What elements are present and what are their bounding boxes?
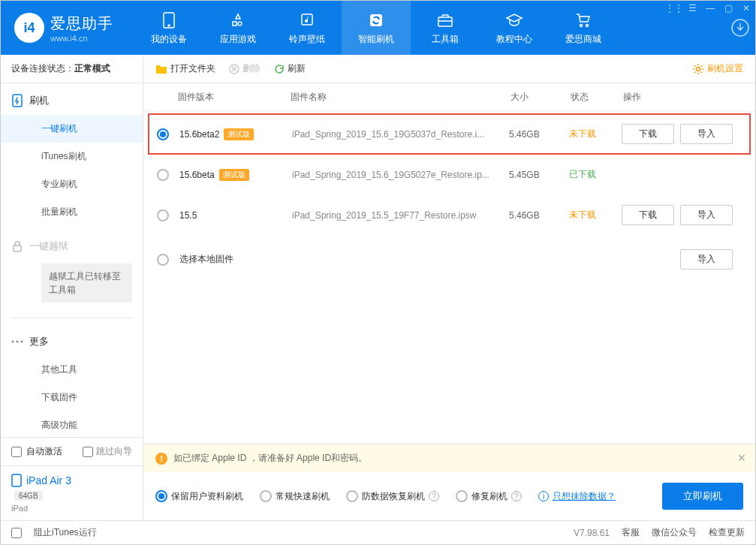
list-icon[interactable]: ☰	[686, 2, 698, 14]
svg-rect-3	[370, 14, 382, 26]
close-icon[interactable]: ✕	[740, 2, 752, 14]
nav-tab-device[interactable]: 我的设备	[134, 1, 203, 55]
sidebar-head-flash[interactable]: 刷机	[1, 86, 143, 115]
app-header: ⋮⋮ ☰ — ▢ ✕ i4 爱思助手 www.i4.cn 我的设备 应用游戏	[1, 1, 755, 55]
app-title: 爱思助手	[50, 14, 113, 34]
ipad-icon	[11, 474, 22, 487]
sidebar-item-other-tools[interactable]: 其他工具	[1, 356, 143, 384]
fw-version-text: 15.6beta	[179, 170, 215, 180]
svg-point-1	[168, 25, 170, 26]
option-keep-data[interactable]: 保留用户资料刷机	[155, 490, 243, 503]
nav-tab-ringtones[interactable]: 铃声壁纸	[273, 1, 342, 55]
wechat-link[interactable]: 微信公众号	[652, 526, 697, 539]
delete-button[interactable]: 删除	[229, 62, 261, 75]
logo-area: i4 爱思助手 www.i4.cn	[1, 1, 127, 55]
table-header: 固件版本 固件名称 大小 状态 操作	[143, 83, 755, 112]
sidebar-item-download-fw[interactable]: 下载固件	[1, 384, 143, 411]
lock-icon	[11, 240, 23, 252]
sidebar-head-more[interactable]: 更多	[1, 327, 143, 356]
firmware-row[interactable]: 15.5 iPad_Spring_2019_15.5_19F77_Restore…	[143, 193, 755, 237]
more-icon	[11, 336, 23, 348]
option-anti-loss[interactable]: 防数据恢复刷机 ?	[346, 490, 439, 503]
gear-icon	[692, 63, 704, 75]
menu-icon[interactable]: ⋮⋮	[668, 2, 680, 14]
skip-guide-checkbox[interactable]	[83, 447, 93, 457]
firmware-row[interactable]: 15.6beta2 测试版 iPad_Spring_2019_15.6_19G5…	[148, 113, 751, 155]
flash-now-button[interactable]: 立即刷机	[662, 483, 743, 510]
fw-status: 未下载	[569, 209, 622, 221]
refresh-button[interactable]: 刷新	[274, 62, 306, 75]
radio-icon	[456, 490, 468, 502]
fw-size: 5.45GB	[509, 170, 569, 180]
jailbreak-note: 越狱工具已转移至工具箱	[41, 263, 132, 303]
option-normal[interactable]: 常规快速刷机	[260, 490, 330, 503]
import-button[interactable]: 导入	[680, 249, 733, 269]
option-repair[interactable]: 修复刷机 ?	[456, 490, 522, 503]
sidebar-item-itunes[interactable]: iTunes刷机	[1, 143, 143, 170]
toolbox-icon	[437, 11, 453, 30]
auto-activate-checkbox[interactable]	[11, 447, 22, 457]
nav-tab-toolbox[interactable]: 工具箱	[411, 1, 480, 55]
refresh-icon	[368, 11, 384, 30]
block-itunes-checkbox[interactable]	[11, 528, 22, 538]
fw-size: 5.46GB	[509, 210, 569, 221]
fw-status: 已下载	[569, 168, 622, 181]
device-info[interactable]: iPad Air 3 64GB iPad	[1, 466, 143, 520]
music-icon	[299, 11, 315, 30]
main-panel: 打开文件夹 删除 刷新 刷机设置	[143, 55, 755, 520]
erase-data-link[interactable]: 只想抹除数据？	[553, 490, 616, 503]
help-icon[interactable]: ?	[429, 491, 439, 501]
grad-cap-icon	[505, 11, 523, 30]
nav-tab-tutorials[interactable]: 教程中心	[480, 1, 549, 55]
flash-icon	[11, 95, 23, 107]
support-link[interactable]: 客服	[622, 526, 640, 539]
minimize-icon[interactable]: —	[704, 2, 716, 14]
svg-point-11	[17, 341, 19, 343]
beta-badge: 测试版	[219, 169, 249, 181]
help-icon[interactable]: ?	[511, 491, 522, 501]
bottom-panel: ! 如已绑定 Apple ID ，请准备好 Apple ID和密码。 ✕ 保留用…	[143, 444, 755, 520]
radio-icon[interactable]	[157, 209, 169, 221]
connection-status: 设备连接状态：正常模式	[1, 55, 143, 83]
import-button[interactable]: 导入	[680, 124, 733, 144]
app-logo-icon: i4	[14, 13, 44, 43]
firmware-row[interactable]: 15.6beta 测试版 iPad_Spring_2019_15.6_19G50…	[143, 156, 755, 193]
fw-version-text: 15.5	[179, 210, 197, 221]
sidebar: 设备连接状态：正常模式 刷机 一键刷机 iTunes刷机 专业刷机 批量刷机 一…	[1, 55, 143, 520]
radio-icon[interactable]	[157, 169, 169, 181]
storage-badge: 64GB	[14, 491, 43, 501]
flash-settings-button[interactable]: 刷机设置	[692, 62, 743, 75]
sidebar-item-pro[interactable]: 专业刷机	[1, 170, 143, 198]
radio-icon[interactable]	[157, 254, 169, 266]
import-button[interactable]: 导入	[680, 205, 733, 225]
close-notice-button[interactable]: ✕	[737, 452, 746, 464]
warning-icon: !	[155, 453, 167, 465]
info-icon[interactable]: i	[538, 491, 549, 501]
sidebar-item-onekey[interactable]: 一键刷机	[1, 115, 143, 143]
version-label: V7.98.61	[574, 528, 610, 538]
window-controls: ⋮⋮ ☰ — ▢ ✕	[668, 2, 752, 14]
local-firmware-row[interactable]: 选择本地固件 导入	[143, 237, 755, 282]
content-area: 设备连接状态：正常模式 刷机 一键刷机 iTunes刷机 专业刷机 批量刷机 一…	[1, 55, 755, 520]
download-button[interactable]: 下载	[622, 124, 674, 144]
check-update-link[interactable]: 检查更新	[709, 526, 745, 539]
app-footer: 阻止iTunes运行 V7.98.61 客服 微信公众号 检查更新	[1, 520, 755, 544]
nav-tab-apps[interactable]: 应用游戏	[203, 1, 273, 55]
open-folder-button[interactable]: 打开文件夹	[155, 62, 215, 75]
auto-activate-row: 自动激活 跳过向导	[1, 438, 143, 466]
sidebar-item-advanced[interactable]: 高级功能	[1, 411, 143, 439]
radio-icon[interactable]	[157, 128, 169, 140]
sidebar-item-batch[interactable]: 批量刷机	[1, 198, 143, 226]
nav-tab-store[interactable]: 爱思商城	[549, 1, 618, 55]
svg-point-5	[580, 24, 583, 26]
cart-icon	[575, 11, 592, 30]
maximize-icon[interactable]: ▢	[722, 2, 734, 14]
download-button[interactable]: 下载	[622, 205, 674, 225]
fw-size: 5.46GB	[509, 129, 569, 140]
fw-version-text: 15.6beta2	[179, 129, 219, 140]
radio-icon	[346, 490, 358, 502]
apps-icon	[230, 11, 246, 30]
svg-point-15	[697, 67, 700, 71]
nav-tab-flash[interactable]: 智能刷机	[342, 1, 411, 55]
flash-options: 保留用户资料刷机 常规快速刷机 防数据恢复刷机 ? 修复刷机 ? i	[143, 472, 755, 520]
